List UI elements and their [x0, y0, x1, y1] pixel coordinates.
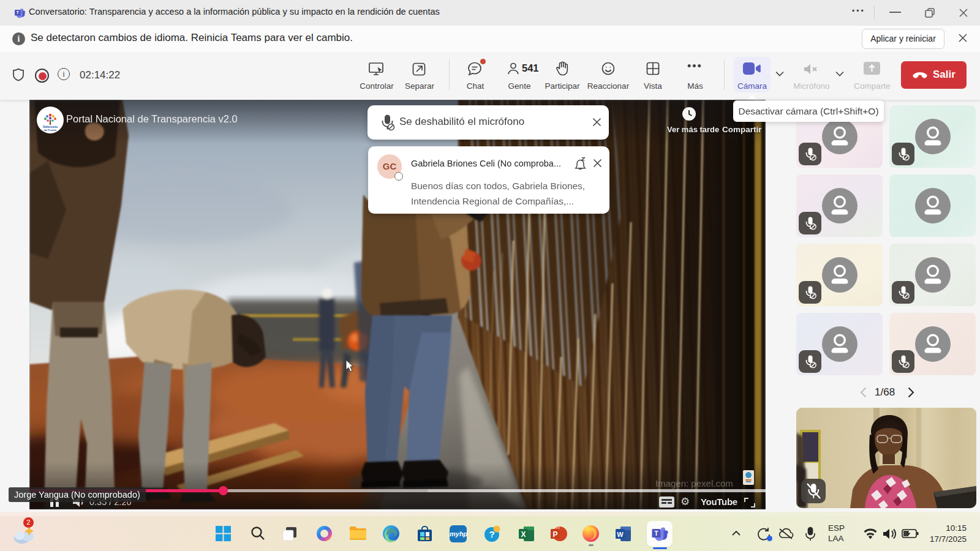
svg-text:del Pueblo: del Pueblo [43, 129, 57, 132]
svg-text:P: P [552, 530, 557, 539]
svg-text:T: T [16, 10, 19, 15]
svg-text:T: T [654, 530, 658, 537]
svg-text:X: X [521, 530, 526, 539]
svg-text:W: W [617, 531, 624, 538]
